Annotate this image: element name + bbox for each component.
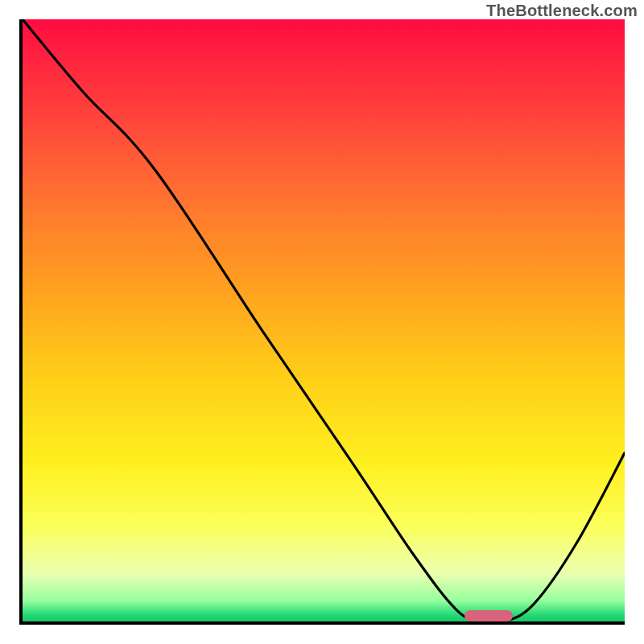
bottleneck-curve <box>23 19 625 621</box>
plot-area <box>19 19 625 625</box>
optimal-range-marker <box>464 610 513 621</box>
watermark-text: TheBottleneck.com <box>486 2 638 20</box>
curve-layer <box>23 19 625 621</box>
chart-canvas: TheBottleneck.com <box>0 0 644 644</box>
